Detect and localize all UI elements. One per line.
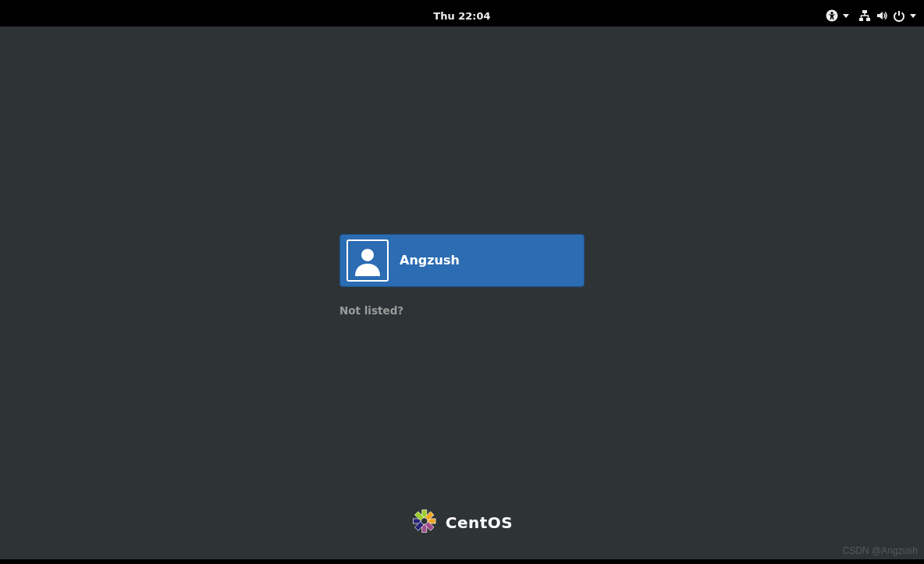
svg-rect-2 [862, 10, 867, 13]
system-status-menu[interactable] [858, 9, 916, 22]
distro-branding: CentOS [411, 508, 513, 537]
svg-rect-3 [859, 18, 863, 21]
svg-point-1 [830, 12, 833, 14]
top-bar: Thu 22:04 [0, 5, 924, 27]
svg-point-5 [361, 248, 374, 261]
not-listed-link[interactable]: Not listed? [339, 303, 403, 316]
login-screen: Thu 22:04 [0, 0, 924, 564]
chevron-down-icon [910, 14, 916, 18]
svg-rect-4 [866, 18, 870, 21]
network-wired-icon [858, 9, 871, 22]
user-name-label: Angzush [400, 253, 460, 268]
user-avatar-icon [352, 244, 383, 275]
clock-label[interactable]: Thu 22:04 [433, 10, 490, 22]
system-tray [826, 9, 916, 22]
distro-name-label: CentOS [446, 513, 513, 532]
user-list-item[interactable]: Angzush [339, 233, 585, 286]
avatar [346, 239, 389, 281]
centos-logo-icon [411, 508, 438, 537]
accessibility-menu[interactable] [826, 9, 849, 22]
user-chooser: Angzush Not listed? [339, 233, 585, 317]
letterbox-bottom [0, 559, 924, 564]
power-icon [893, 9, 905, 22]
accessibility-icon [826, 9, 838, 22]
volume-icon [876, 9, 888, 22]
watermark-text: CSDN @Angzush [843, 545, 918, 556]
chevron-down-icon [843, 14, 849, 18]
